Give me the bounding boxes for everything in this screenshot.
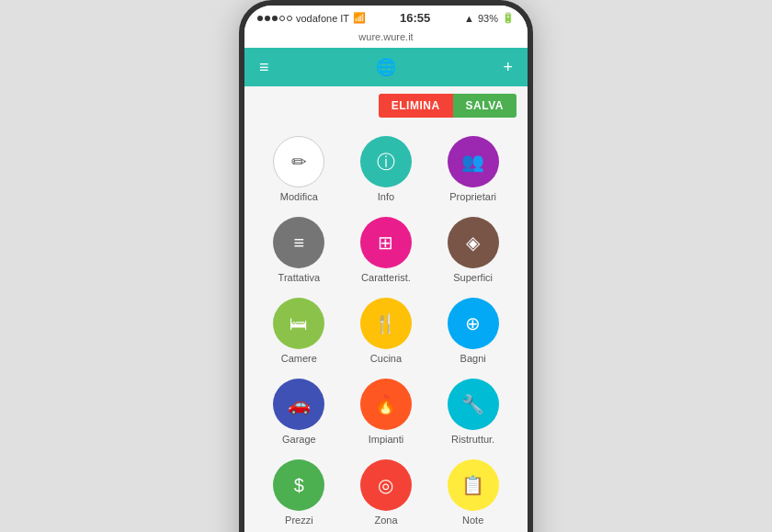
status-time: 16:55	[400, 11, 430, 25]
garage-label: Garage	[282, 434, 316, 445]
bagni-label: Bagni	[460, 353, 486, 364]
camere-label: Camere	[281, 353, 317, 364]
globe-icon[interactable]: 🌐	[376, 57, 396, 77]
dot-5	[287, 16, 292, 21]
carrier-label: vodafone IT	[296, 13, 349, 24]
grid-item-note[interactable]: 📋Note	[433, 459, 513, 526]
superfici-icon-circle: ◈	[448, 217, 499, 268]
bagni-icon: ⊕	[465, 314, 481, 333]
camere-icon-circle: 🛏	[273, 298, 324, 349]
menu-icon[interactable]: ≡	[259, 58, 269, 77]
grid-item-impianti[interactable]: 🔥Impianti	[346, 379, 426, 445]
prezzi-icon-circle: $	[273, 459, 324, 511]
grid-container: ✏ModificaⓘInfo👥Proprietari≡Trattativa⊞Ca…	[244, 125, 528, 532]
grid-item-caratterist[interactable]: ⊞Caratterist.	[346, 217, 426, 283]
grid-item-modifica[interactable]: ✏Modifica	[259, 136, 339, 202]
toolbar: ≡ 🌐 +	[244, 48, 528, 86]
nav-arrow-icon: ▲	[464, 13, 474, 24]
note-icon-circle: 📋	[448, 459, 499, 511]
status-right: ▲ 93% 🔋	[464, 12, 515, 24]
note-icon: 📋	[461, 476, 484, 494]
battery-percent: 93%	[478, 13, 498, 24]
grid-item-prezzi[interactable]: $Prezzi	[259, 459, 339, 526]
elimina-button[interactable]: ELIMINA	[379, 94, 453, 118]
grid-item-camere[interactable]: 🛏Camere	[259, 298, 339, 364]
action-bar: ELIMINA SALVA	[244, 86, 528, 125]
modifica-icon-circle: ✏	[273, 136, 324, 187]
note-label: Note	[462, 515, 483, 526]
ristruttur-icon-circle: 🔧	[448, 379, 499, 430]
caratterist-icon-circle: ⊞	[360, 217, 412, 268]
prezzi-label: Prezzi	[285, 515, 313, 526]
proprietari-icon: 👥	[461, 153, 484, 171]
modifica-label: Modifica	[280, 191, 318, 202]
impianti-icon-circle: 🔥	[360, 379, 412, 430]
cucina-icon: 🍴	[374, 314, 397, 333]
cucina-icon-circle: 🍴	[360, 298, 412, 349]
bagni-icon-circle: ⊕	[448, 298, 499, 349]
modifica-icon: ✏	[291, 153, 307, 171]
grid-item-bagni[interactable]: ⊕Bagni	[433, 298, 513, 364]
garage-icon: 🚗	[288, 395, 311, 413]
garage-icon-circle: 🚗	[273, 379, 324, 430]
trattativa-icon: ≡	[293, 233, 304, 252]
grid-item-garage[interactable]: 🚗Garage	[259, 379, 339, 445]
grid-item-proprietari[interactable]: 👥Proprietari	[433, 136, 513, 202]
signal-dots	[257, 16, 292, 21]
info-icon-circle: ⓘ	[360, 136, 412, 187]
ristruttur-icon: 🔧	[461, 395, 484, 413]
caratterist-icon: ⊞	[378, 233, 393, 252]
info-icon: ⓘ	[377, 153, 395, 171]
status-left: vodafone IT 📶	[257, 12, 366, 24]
trattativa-icon-circle: ≡	[273, 217, 324, 268]
add-icon[interactable]: +	[503, 58, 513, 77]
impianti-icon: 🔥	[374, 395, 397, 413]
url-bar: wure.wure.it	[244, 28, 528, 48]
grid-item-superfici[interactable]: ◈Superfici	[433, 217, 513, 283]
wifi-icon: 📶	[353, 12, 366, 24]
phone-frame: vodafone IT 📶 16:55 ▲ 93% 🔋 wure.wure.it…	[239, 0, 533, 532]
salva-button[interactable]: SALVA	[453, 94, 517, 118]
proprietari-icon-circle: 👥	[448, 136, 499, 187]
zona-label: Zona	[374, 515, 397, 526]
superfici-icon: ◈	[466, 233, 480, 252]
grid-item-zona[interactable]: ◎Zona	[346, 459, 426, 526]
grid-item-trattativa[interactable]: ≡Trattativa	[259, 217, 339, 283]
battery-icon: 🔋	[502, 12, 515, 24]
grid-item-ristruttur[interactable]: 🔧Ristruttur.	[433, 379, 513, 445]
superfici-label: Superfici	[453, 272, 493, 283]
dot-3	[272, 16, 278, 21]
impianti-label: Impianti	[369, 434, 404, 445]
zona-icon-circle: ◎	[360, 459, 412, 511]
caratterist-label: Caratterist.	[361, 272, 411, 283]
ristruttur-label: Ristruttur.	[451, 434, 494, 445]
status-bar: vodafone IT 📶 16:55 ▲ 93% 🔋	[244, 6, 528, 28]
prezzi-icon: $	[294, 476, 304, 494]
dot-1	[257, 16, 263, 21]
cucina-label: Cucina	[370, 353, 402, 364]
grid-item-cucina[interactable]: 🍴Cucina	[346, 298, 426, 364]
info-label: Info	[378, 191, 394, 202]
camere-icon: 🛏	[290, 314, 308, 333]
grid-item-info[interactable]: ⓘInfo	[346, 136, 426, 202]
url-text: wure.wure.it	[358, 31, 413, 42]
proprietari-label: Proprietari	[449, 191, 496, 202]
dot-4	[279, 16, 285, 21]
trattativa-label: Trattativa	[278, 272, 320, 283]
zona-icon: ◎	[378, 476, 393, 494]
dot-2	[265, 16, 270, 21]
